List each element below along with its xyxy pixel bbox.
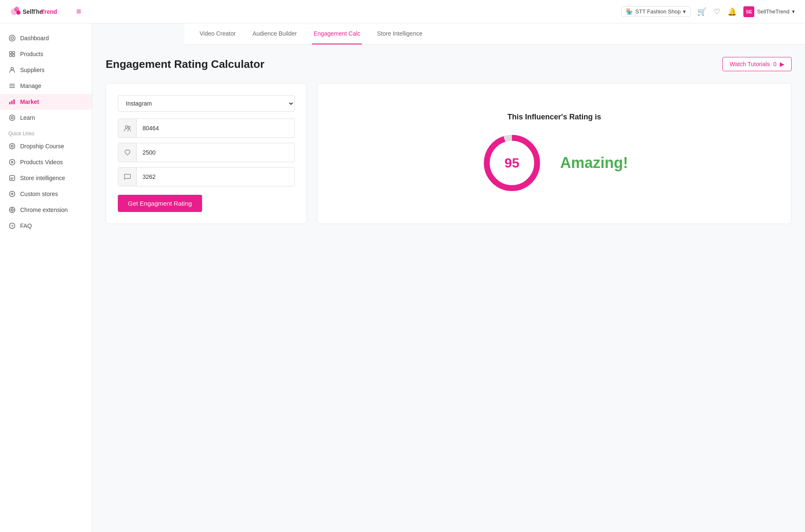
svg-text:Trend: Trend [41,8,57,15]
svg-point-6 [9,35,15,41]
svg-rect-8 [10,52,12,54]
store-icon: 🏪 [626,8,633,15]
sidebar-item-store-intelligence[interactable]: Store intelligence [0,170,92,186]
sidebar-item-learn[interactable]: Learn [0,110,92,126]
get-rating-button[interactable]: Get Engagment Rating [118,195,202,212]
subnav-video-creator[interactable]: Video Creator [198,23,237,44]
result-body: 95 Amazing! [480,132,628,194]
cart-icon[interactable]: 🛒 [697,7,706,16]
result-card: This Influencer's Rating is 95 Amazing! [317,83,792,224]
followers-input-row [118,119,295,138]
store-selector[interactable]: 🏪 STT Fashion Shop ▾ [621,6,691,17]
result-title: This Influencer's Rating is [507,113,601,121]
products-icon [8,50,16,58]
comments-input[interactable] [137,169,294,184]
svg-rect-13 [9,102,10,104]
comments-icon [118,168,137,186]
sidebar-item-products[interactable]: Products [0,46,92,62]
sidebar-item-dropship-course[interactable]: Dropship Course [0,138,92,154]
page-header: Engagement Rating Calculator Watch Tutor… [106,57,792,71]
result-label: Amazing! [560,154,628,172]
quick-links-label: Quick Links [0,126,92,138]
sidebar-item-market[interactable]: Market [0,94,92,110]
store-chevron-icon: ▾ [683,8,686,15]
sidebar-item-chrome-extension[interactable]: Chrome extension [0,202,92,218]
custom-stores-icon [8,190,16,198]
svg-rect-15 [13,99,15,104]
svg-text:?: ? [11,224,14,228]
sidebar-item-manage-label: Manage [20,83,42,89]
suppliers-icon [8,66,16,74]
hamburger-icon[interactable]: ≡ [76,7,81,16]
sidebar-item-products-label: Products [20,51,43,57]
sidebar-item-faq[interactable]: ? FAQ [0,218,92,234]
sidebar-item-dashboard[interactable]: Dashboard [0,30,92,46]
user-chevron-icon: ▾ [792,8,795,15]
calculator-card: Instagram YouTube TikTok Twitter [106,83,307,224]
likes-icon [118,143,137,162]
platform-select[interactable]: Instagram YouTube TikTok Twitter [118,95,295,112]
topbar: Sell The Trend ≡ 🏪 STT Fashion Shop ▾ 🛒 … [0,0,805,23]
ring-score: 95 [504,155,519,171]
subnav-audience-builder[interactable]: Audience Builder [251,23,299,44]
svg-point-2 [16,10,21,15]
svg-point-16 [10,115,15,121]
svg-marker-21 [11,161,14,163]
watch-tutorials-button[interactable]: Watch Tutorials 0 ▶ [722,57,792,71]
svg-text:Sell: Sell [23,8,33,15]
sidebar-item-custom-stores[interactable]: Custom stores [0,186,92,202]
chrome-extension-icon [8,206,16,214]
followers-input[interactable] [137,121,294,136]
sidebar-item-dashboard-label: Dashboard [20,35,49,41]
subnav-engagement-calc[interactable]: Engagement Calc [312,23,362,44]
sidebar-item-suppliers-label: Suppliers [20,67,44,73]
svg-rect-11 [13,54,15,57]
dashboard-icon [8,34,16,42]
logo[interactable]: Sell The Trend [10,5,65,18]
sidebar-item-learn-label: Learn [20,114,35,121]
wishlist-icon[interactable]: ♡ [712,7,722,16]
main-content: Engagement Rating Calculator Watch Tutor… [92,44,805,238]
svg-point-29 [128,127,130,129]
svg-point-19 [11,145,13,147]
store-intelligence-icon [8,174,16,182]
svg-rect-14 [11,101,13,104]
notifications-icon[interactable]: 🔔 [727,7,737,16]
sidebar-item-market-label: Market [20,98,39,105]
sidebar-item-suppliers[interactable]: Suppliers [0,62,92,78]
score-ring: 95 [480,132,543,194]
learn-icon [8,114,16,121]
sidebar-item-custom-stores-label: Custom stores [20,191,58,197]
manage-icon [8,82,16,90]
store-name: STT Fashion Shop [635,8,680,15]
market-icon [8,98,16,106]
user-avatar: SE [743,6,754,17]
sidebar-item-faq-label: FAQ [20,222,32,229]
sidebar-item-dropship-label: Dropship Course [20,143,64,150]
svg-point-17 [11,117,13,119]
topbar-right: 🏪 STT Fashion Shop ▾ 🛒 ♡ 🔔 SE SellTheTre… [621,6,795,17]
svg-point-12 [11,67,13,70]
svg-rect-9 [13,52,15,54]
page-title: Engagement Rating Calculator [106,58,265,71]
sub-nav: Video Creator Audience Builder Engagemen… [184,23,805,45]
user-menu[interactable]: SE SellTheTrend ▾ [743,6,795,17]
comments-input-row [118,167,295,186]
likes-input[interactable] [137,145,294,160]
sidebar-item-manage[interactable]: Manage [0,78,92,94]
sidebar-item-products-videos-label: Products Videos [20,159,63,165]
logo-svg: Sell The Trend [10,5,65,18]
likes-input-row [118,143,295,162]
cards-row: Instagram YouTube TikTok Twitter [106,83,792,224]
sidebar-item-products-videos[interactable]: Products Videos [0,154,92,170]
svg-point-18 [10,144,15,149]
user-name: SellTheTrend [757,8,789,15]
topbar-icons: 🛒 ♡ 🔔 [697,7,737,16]
svg-point-25 [11,209,13,211]
watch-tutorials-count: 0 [773,61,776,67]
faq-icon: ? [8,222,16,230]
svg-point-28 [125,126,128,128]
play-icon: ▶ [780,61,784,67]
sidebar-item-store-intelligence-label: Store intelligence [20,175,65,181]
subnav-store-intelligence[interactable]: Store Intelligence [375,23,424,44]
